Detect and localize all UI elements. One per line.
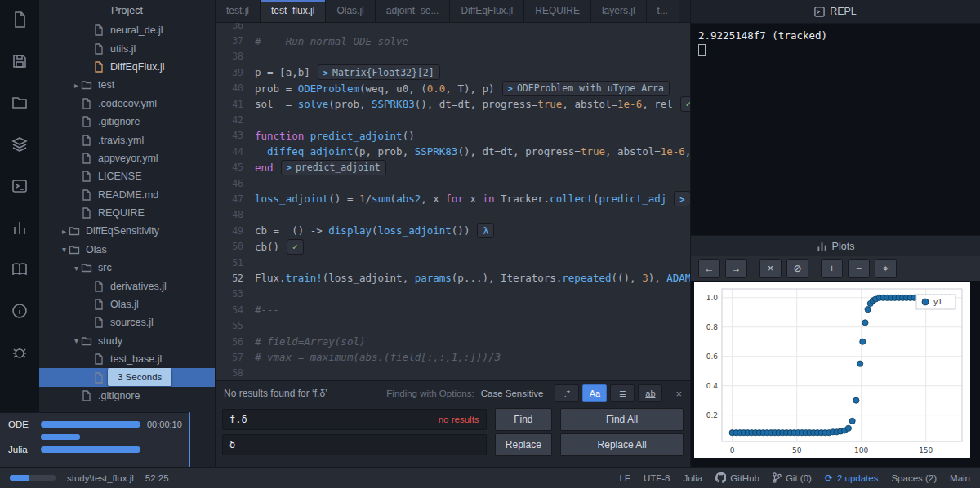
chevron-down-icon[interactable]: ▾ xyxy=(60,245,69,254)
tree-item--travis-yml[interactable]: .travis.yml xyxy=(39,131,215,149)
tree-item-sources-jl[interactable]: sources.jl xyxy=(39,313,215,331)
tree-item-readme-md[interactable]: README.md xyxy=(39,186,215,204)
tree-item-olas-jl[interactable]: Olas.jl xyxy=(39,295,215,313)
inline-result[interactable]: >predict_adjoint xyxy=(281,160,386,175)
tree-item-appveyor-yml[interactable]: appveyor.yml xyxy=(39,149,215,167)
tree-item-diffeqflux-jl[interactable]: DiffEqFlux.jl xyxy=(39,58,215,76)
code-token: ( xyxy=(593,193,599,205)
code-editor[interactable]: 3637#--- Run normal ODE solve3839p = [a,… xyxy=(216,23,690,380)
repl-output-area[interactable]: 2.9225148f7 (tracked) xyxy=(691,24,980,64)
find-input[interactable]: f.δ no results xyxy=(222,409,487,430)
tab-diffeqflux-jl[interactable]: DiffEqFlux.jl xyxy=(450,0,524,22)
line-number: 39 xyxy=(216,67,255,78)
file-icon xyxy=(81,171,93,182)
in-selection-icon[interactable]: ≣ xyxy=(610,384,635,402)
tab-layers-jl[interactable]: layers.jl xyxy=(591,0,647,22)
inline-result-check[interactable]: ✓ xyxy=(680,96,690,112)
tree-item-derivatives-jl[interactable]: derivatives.jl xyxy=(39,277,215,295)
debug-icon[interactable] xyxy=(10,343,29,362)
file-icon xyxy=(93,61,105,73)
forward-icon[interactable]: → xyxy=(725,259,747,278)
statusbar-item-github[interactable]: GitHub xyxy=(715,472,760,483)
code-token: , T), p) xyxy=(445,82,494,95)
tree-item-require[interactable]: REQUIRE xyxy=(39,204,215,222)
plot-canvas[interactable]: 0501001500.20.40.60.81.0y1 xyxy=(694,282,970,458)
tree-item-test-base-jl[interactable]: test_base.jl xyxy=(39,350,215,368)
docs-icon[interactable] xyxy=(10,260,29,279)
tree-item-src[interactable]: ▾src xyxy=(39,259,215,277)
tree-item-license[interactable]: LICENSE xyxy=(39,167,215,185)
save-icon[interactable] xyxy=(10,51,29,71)
back-icon[interactable]: ← xyxy=(698,259,720,278)
progress-label: Julia xyxy=(8,445,34,455)
code-token: diffeq_adjoint xyxy=(267,145,353,157)
tree-item-diffeqsensitivity[interactable]: ▸DiffEqSensitivity xyxy=(39,222,215,240)
file-icon xyxy=(93,43,105,55)
packages-icon[interactable] xyxy=(10,135,29,154)
zoom-out-icon[interactable]: − xyxy=(848,259,870,278)
inline-result[interactable]: λ xyxy=(477,223,494,238)
tab-t-[interactable]: t... xyxy=(647,0,679,22)
tab-require[interactable]: REQUIRE xyxy=(524,0,591,22)
disable-plot-icon[interactable]: ⊘ xyxy=(786,259,808,278)
tree-item-neural-de-jl[interactable]: neural_de.jl xyxy=(39,21,215,39)
tree-item--gitignore[interactable]: .gitignore xyxy=(39,113,215,131)
chevron-right-icon[interactable]: ▸ xyxy=(60,227,69,236)
code-line: 47loss_adjoint() = 1/sum(abs2, x for x i… xyxy=(216,191,690,206)
inline-result[interactable]: >ODEProblem with uType Arra xyxy=(502,81,670,96)
tree-item-test[interactable]: ▸test xyxy=(39,76,215,94)
tree-item-label: .travis.yml xyxy=(98,135,144,146)
code-line: 57# vmax = maximum(abs.(field[:,:,1,:]))… xyxy=(216,349,690,365)
close-plot-icon[interactable]: × xyxy=(760,259,782,278)
find-all-button[interactable]: Find All xyxy=(560,408,684,431)
replace-button[interactable]: Replace xyxy=(495,433,553,456)
tree-item-utils-jl[interactable]: utils.jl xyxy=(39,39,215,57)
replace-input[interactable]: δ xyxy=(222,434,487,455)
statusbar-item-spaces-2-[interactable]: Spaces (2) xyxy=(891,473,937,483)
tree-item--codecov-yml[interactable]: .codecov.yml xyxy=(39,95,215,113)
terminal-icon[interactable] xyxy=(10,176,29,196)
plots-icon[interactable] xyxy=(10,218,29,237)
chevron-down-icon[interactable]: ▾ xyxy=(72,264,81,273)
chevron-down-icon[interactable]: ▾ xyxy=(72,336,81,345)
case-sensitive-icon[interactable]: Aa xyxy=(582,384,607,402)
tab-test-flux-jl[interactable]: test_flux.jl xyxy=(261,0,326,22)
info-icon[interactable] xyxy=(10,301,29,321)
tab-test-jl[interactable]: test.jl xyxy=(216,0,261,22)
statusbar-cursor-position[interactable]: 52:25 xyxy=(145,473,169,483)
tab-olas-jl[interactable]: Olas.jl xyxy=(326,0,375,22)
whole-word-icon[interactable]: ab xyxy=(638,384,662,402)
tab-adjoint-se-[interactable]: adjoint_se... xyxy=(376,0,451,22)
code-line: 40prob = ODEProblem(weq, u0, (0.0, T), p… xyxy=(216,81,690,96)
tree-item-study[interactable]: ▾study xyxy=(39,332,215,350)
tree-item-test-flux-jl[interactable]: test_flux.jl3 Seconds xyxy=(39,368,215,386)
line-number: 44 xyxy=(216,146,255,157)
close-icon[interactable]: × xyxy=(675,388,682,400)
statusbar-item-julia[interactable]: Julia xyxy=(683,473,702,483)
code-token: 3 xyxy=(642,272,648,284)
code-token: predict_adjoint xyxy=(310,130,403,142)
file-icon[interactable] xyxy=(10,10,29,29)
inline-result[interactable]: >Matrix{Float32}[2] xyxy=(318,64,440,80)
statusbar-item-utf-8[interactable]: UTF-8 xyxy=(644,473,670,483)
folder-icon xyxy=(81,262,93,273)
statusbar-item-main[interactable]: Main xyxy=(950,473,970,483)
tree-item-olas[interactable]: ▾Olas xyxy=(39,241,215,259)
chevron-right-icon[interactable]: ▸ xyxy=(72,81,81,90)
zoom-in-icon[interactable]: + xyxy=(821,259,843,278)
statusbar-item-git-0-[interactable]: Git (0) xyxy=(773,472,812,483)
code-token: function xyxy=(255,130,304,142)
fit-plot-icon[interactable]: ⌖ xyxy=(875,259,897,278)
folder-icon[interactable] xyxy=(10,93,29,113)
regex-icon[interactable]: .* xyxy=(555,384,579,402)
find-button[interactable]: Find xyxy=(495,408,553,431)
inline-result[interactable]: > xyxy=(674,191,690,206)
scatter-plot: 0501001500.20.40.60.81.0y1 xyxy=(694,282,970,458)
inline-result-check[interactable]: ✓ xyxy=(287,239,304,255)
code-token: cb = () -> xyxy=(255,224,328,237)
replace-all-button[interactable]: Replace All xyxy=(560,433,684,456)
tree-item--gitignore[interactable]: .gitignore xyxy=(39,387,215,405)
statusbar-file-path[interactable]: study\test_flux.jl xyxy=(67,473,134,483)
statusbar-item-lf[interactable]: LF xyxy=(619,473,630,483)
statusbar-item-2-updates[interactable]: ⟳2 updates xyxy=(825,472,879,484)
